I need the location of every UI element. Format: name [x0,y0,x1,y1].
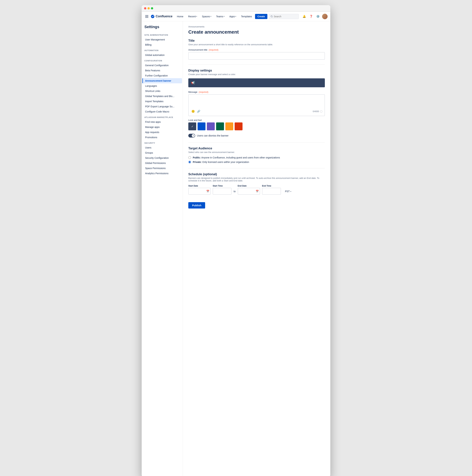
content: Announcements Create announcement Title … [183,21,330,476]
start-time-label: Start Time [213,185,231,187]
sidebar-item-space-permissions[interactable]: Space Permissions [142,166,182,171]
sidebar-item-further-config[interactable]: Further Configuration [142,73,182,78]
sidebar-item-shortcut-links[interactable]: Shortcut Links [142,88,182,94]
link-icon[interactable]: 🔗 [196,109,201,114]
title-section: Title Give your announcement a short tit… [188,39,325,60]
help-icon[interactable]: ❓ [308,14,314,19]
sidebar-item-languages[interactable]: Languages [142,83,182,88]
sidebar-item-billing[interactable]: Billing [142,42,182,47]
avatar[interactable] [322,14,328,19]
sidebar-item-manage-apps[interactable]: Manage apps [142,124,182,130]
color-swatches: ✓ [188,122,325,130]
color-swatch-blue[interactable] [198,122,206,130]
sidebar-item-import-templates[interactable]: Import Templates [142,99,182,104]
nav-apps[interactable]: Apps ▾ [227,14,238,19]
title-section-desc: Give your announcement a short title to … [188,43,325,46]
dismiss-toggle-row: ✕ Users can dismiss the banner [188,134,325,137]
to-label: to [234,190,236,193]
create-button[interactable]: Create [255,14,267,19]
sidebar-item-analytics-permissions[interactable]: Analytics Permissions [142,171,182,176]
section-label-site-admin: Site Administration [142,32,183,37]
chevron-down-icon: ▾ [196,16,197,17]
nav-spaces[interactable]: Spaces ▾ [200,14,213,19]
char-count: 0/4000 [313,110,322,113]
notifications-icon[interactable]: 🔔 [301,14,307,19]
schedule-desc: Banners are designed to publish immediat… [188,177,325,182]
chevron-down-icon: ▾ [235,16,236,17]
sidebar-item-general-config[interactable]: General Configuration [142,63,182,68]
end-time-label: End Time [262,185,281,187]
sidebar-item-pdf-export[interactable]: PDF Export Language Su... [142,104,182,109]
audience-radio-group: Public: Anyone in Confluence, including … [188,156,325,163]
message-area[interactable]: 🙂 🔗 0/4000 [188,94,325,116]
color-swatch-dark-blue[interactable]: ✓ [188,122,196,130]
search-icon [271,15,273,18]
close-button[interactable] [144,7,146,9]
start-time-input[interactable] [213,188,231,195]
nav-icons: 🔔 ❓ ⚙️ [301,14,328,19]
publish-button[interactable]: Publish [188,202,205,208]
radio-private-input[interactable] [188,161,191,163]
color-swatch-red[interactable] [235,122,243,130]
display-section-heading: Display settings [188,69,325,72]
search-input[interactable] [274,15,297,18]
dismiss-label: Users can dismiss the banner [197,134,228,137]
color-swatch-purple[interactable] [207,122,215,130]
sidebar-item-global-automation[interactable]: Global automation [142,52,182,58]
radio-public-input[interactable] [188,156,191,159]
section-label-automation: Automation [142,47,183,52]
char-count-circle [320,110,322,113]
grid-apps-icon[interactable] [144,14,149,19]
message-textarea[interactable] [191,97,322,107]
logo[interactable]: Confluence [151,14,173,18]
radio-public: Public: Anyone in Confluence, including … [188,156,325,159]
sidebar-item-app-requests[interactable]: App requests [142,130,182,135]
start-date-field: Start Date 📅 [188,185,211,195]
end-time-input-wrap [262,188,281,195]
announcement-title-input[interactable] [188,52,325,60]
audience-heading: Target Audience [188,147,325,150]
main-layout: Settings Site Administration User Manage… [142,21,330,476]
sidebar-item-global-permissions[interactable]: Global Permissions [142,160,182,166]
sidebar-item-announcement-banner[interactable]: Announcement banner [142,78,182,83]
nav-teams[interactable]: Teams ▾ [214,14,226,19]
nav-templates[interactable]: Templates [239,14,254,19]
announcement-title-label: Announcement title (required) [188,49,325,51]
sidebar-item-groups[interactable]: Groups [142,150,182,155]
radio-private-label: Private: Only licensed users within your… [193,161,249,163]
sidebar-item-configure-code[interactable]: Configure Code Macro [142,109,182,114]
audience-desc: Select who can see the announcement bann… [188,151,325,153]
sidebar-item-user-management[interactable]: User Management [142,37,182,42]
radio-private: Private: Only licensed users within your… [188,161,325,163]
sidebar-item-beta-features[interactable]: Beta Features [142,68,182,73]
toggle-knob: ✕ [192,134,195,137]
color-swatch-yellow[interactable] [225,122,233,130]
start-time-input-wrap [213,188,231,195]
settings-icon[interactable]: ⚙️ [315,14,321,19]
radio-public-label: Public: Anyone in Confluence, including … [193,156,280,159]
sidebar-item-promotions[interactable]: Promotions [142,135,182,140]
end-time-input[interactable] [262,188,281,195]
schedule-heading: Schedule (optional) [188,172,325,176]
end-date-input[interactable] [238,188,260,195]
sidebar-item-users[interactable]: Users [142,145,182,150]
message-label: Message (required) [188,91,325,93]
emoji-icon[interactable]: 🙂 [191,109,195,114]
dismiss-toggle[interactable]: ✕ [188,134,195,137]
chevron-down-icon: ▾ [224,16,225,17]
look-feel-section: Look and feel ✓ [188,119,325,130]
start-date-label: Start Date [188,185,211,187]
nav-recent[interactable]: Recent ▾ [186,14,199,19]
navbar: Confluence Home Recent ▾ Spaces ▾ Teams … [142,12,330,21]
search-bar[interactable] [269,14,299,19]
sidebar-item-security-config[interactable]: Security Configuration [142,155,182,160]
maximize-button[interactable] [151,7,153,9]
sidebar-item-global-templates[interactable]: Global Templates and Blu... [142,94,182,99]
minimize-button[interactable] [147,7,150,9]
nav-home[interactable]: Home [175,14,185,19]
sidebar-item-find-apps[interactable]: Find new apps [142,119,182,124]
timezone-select[interactable]: PST ▾ [283,188,293,194]
display-section: Display settings Create your banner mess… [188,69,325,137]
start-date-input[interactable] [188,188,211,195]
color-swatch-green[interactable] [216,122,224,130]
